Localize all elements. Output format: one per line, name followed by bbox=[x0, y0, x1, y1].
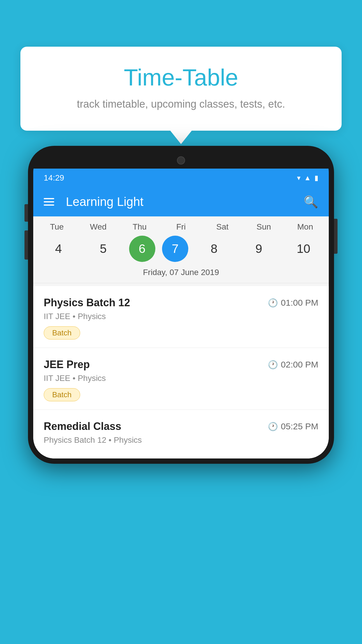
day-4[interactable]: 4 bbox=[40, 236, 78, 262]
schedule-item-1-title: Physics Batch 12 bbox=[44, 297, 130, 309]
phone-screen: Physics Batch 12 🕐 01:00 PM IIT JEE • Ph… bbox=[33, 286, 329, 459]
schedule-item-2-header: JEE Prep 🕐 02:00 PM bbox=[44, 358, 318, 371]
day-name-sun: Sun bbox=[245, 222, 283, 232]
app-bar: Learning Light 🔍 bbox=[33, 187, 329, 216]
status-time: 14:29 bbox=[44, 173, 64, 183]
clock-icon-3: 🕐 bbox=[268, 422, 278, 431]
selected-date-label: Friday, 07 June 2019 bbox=[33, 265, 329, 283]
app-title: Learning Light bbox=[66, 195, 295, 209]
schedule-item-3-time-text: 05:25 PM bbox=[281, 421, 318, 431]
schedule-item-1-time-text: 01:00 PM bbox=[281, 298, 318, 308]
schedule-item-3-title: Remedial Class bbox=[44, 420, 121, 433]
phone-wrapper: 14:29 ▾ ▲ ▮ Learning Light 🔍 bbox=[28, 146, 334, 464]
notch-bar bbox=[33, 151, 329, 169]
day-name-mon: Mon bbox=[286, 222, 324, 232]
schedule-item-3-subtitle: Physics Batch 12 • Physics bbox=[44, 435, 318, 445]
wifi-icon: ▾ bbox=[297, 174, 301, 182]
phone-outer: 14:29 ▾ ▲ ▮ Learning Light 🔍 bbox=[28, 146, 334, 464]
battery-icon: ▮ bbox=[314, 174, 318, 182]
power-button[interactable] bbox=[334, 219, 338, 254]
status-bar: 14:29 ▾ ▲ ▮ bbox=[33, 169, 329, 187]
schedule-item-2-title: JEE Prep bbox=[44, 358, 90, 371]
signal-icon: ▲ bbox=[304, 174, 311, 182]
day-10[interactable]: 10 bbox=[284, 236, 322, 262]
day-name-thu: Thu bbox=[121, 222, 159, 232]
tooltip-card: Time-Table track timetable, upcoming cla… bbox=[20, 47, 342, 131]
day-8[interactable]: 8 bbox=[195, 236, 233, 262]
calendar-strip: Tue Wed Thu Fri Sat Sun Mon 4 5 6 7 8 9 … bbox=[33, 216, 329, 286]
schedule-item-1-header: Physics Batch 12 🕐 01:00 PM bbox=[44, 297, 318, 309]
schedule-item-2-time: 🕐 02:00 PM bbox=[268, 360, 318, 370]
schedule-item-3[interactable]: Remedial Class 🕐 05:25 PM Physics Batch … bbox=[33, 410, 329, 459]
tooltip-title: Time-Table bbox=[38, 64, 324, 91]
day-6-today[interactable]: 6 bbox=[129, 236, 155, 262]
day-name-sat: Sat bbox=[203, 222, 241, 232]
volume-up-button[interactable] bbox=[24, 204, 28, 222]
clock-icon-2: 🕐 bbox=[268, 360, 278, 370]
schedule-item-1-badge: Batch bbox=[44, 326, 80, 340]
schedule-item-3-time: 🕐 05:25 PM bbox=[268, 421, 318, 431]
schedule-item-2-time-text: 02:00 PM bbox=[281, 360, 318, 370]
phone-screen-container: 14:29 ▾ ▲ ▮ Learning Light 🔍 bbox=[33, 151, 329, 459]
schedule-list: Physics Batch 12 🕐 01:00 PM IIT JEE • Ph… bbox=[33, 286, 329, 459]
day-name-tue: Tue bbox=[38, 222, 76, 232]
day-numbers-row: 4 5 6 7 8 9 10 bbox=[33, 232, 329, 265]
day-name-wed: Wed bbox=[79, 222, 117, 232]
schedule-item-2-badge: Batch bbox=[44, 388, 80, 401]
tooltip-subtitle: track timetable, upcoming classes, tests… bbox=[38, 98, 324, 110]
day-names-row: Tue Wed Thu Fri Sat Sun Mon bbox=[33, 222, 329, 232]
volume-down-button[interactable] bbox=[24, 230, 28, 260]
schedule-item-1-subtitle: IIT JEE • Physics bbox=[44, 312, 318, 321]
schedule-item-1[interactable]: Physics Batch 12 🕐 01:00 PM IIT JEE • Ph… bbox=[33, 286, 329, 348]
status-icons: ▾ ▲ ▮ bbox=[297, 174, 318, 182]
search-icon[interactable]: 🔍 bbox=[304, 195, 318, 209]
front-camera bbox=[177, 156, 185, 164]
schedule-item-2[interactable]: JEE Prep 🕐 02:00 PM IIT JEE • Physics Ba… bbox=[33, 348, 329, 410]
schedule-item-3-header: Remedial Class 🕐 05:25 PM bbox=[44, 420, 318, 433]
schedule-item-1-time: 🕐 01:00 PM bbox=[268, 298, 318, 308]
day-name-fri: Fri bbox=[162, 222, 200, 232]
day-5[interactable]: 5 bbox=[84, 236, 122, 262]
hamburger-menu-icon[interactable] bbox=[44, 198, 54, 206]
schedule-item-2-subtitle: IIT JEE • Physics bbox=[44, 374, 318, 383]
day-7-selected[interactable]: 7 bbox=[162, 236, 188, 262]
day-9[interactable]: 9 bbox=[240, 236, 278, 262]
clock-icon-1: 🕐 bbox=[268, 298, 278, 308]
